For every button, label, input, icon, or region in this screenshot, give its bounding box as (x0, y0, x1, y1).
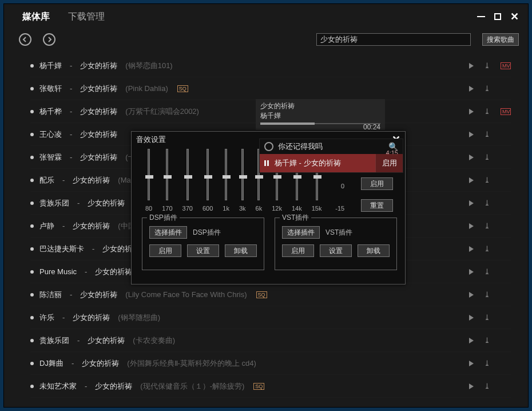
row-actions: ⤓MV (469, 107, 511, 116)
song-row[interactable]: 未知艺术家-少女的祈祷(现代保健音乐（１）-解除疲劳)SQ⤓ (30, 375, 511, 398)
download-icon[interactable]: ⤓ (484, 267, 490, 276)
play-icon[interactable] (469, 86, 474, 92)
forward-button[interactable] (43, 33, 55, 46)
tab-downloads[interactable]: 下载管理 (59, 5, 114, 29)
play-icon[interactable] (469, 177, 474, 183)
eq-slider[interactable] (148, 149, 150, 200)
song-title: 少女的祈祷 (95, 267, 132, 277)
eq-knob[interactable] (255, 175, 263, 179)
eq-knob[interactable] (313, 175, 321, 179)
eq-enable-button[interactable]: 启用 (361, 177, 393, 190)
dsp-settings-button[interactable]: 设置 (187, 244, 219, 257)
popup-result-row[interactable]: 杨千嬅 - 少女的祈祷 4:15 启用 (260, 154, 403, 172)
download-icon[interactable]: ⤓ (484, 313, 490, 322)
close-icon[interactable]: ✕ (510, 10, 519, 23)
vst-unload-button[interactable]: 卸载 (358, 244, 390, 257)
play-icon[interactable] (469, 155, 474, 160)
mv-badge[interactable]: MV (501, 62, 511, 69)
dsp-enable-button[interactable]: 启用 (149, 244, 181, 257)
song-row[interactable]: 贵族乐团-少女的祈祷(卡农变奏曲)⤓ (30, 329, 511, 352)
dsp-select-button[interactable]: 选择插件 (149, 226, 187, 239)
search-button[interactable]: 搜索歌曲 (482, 33, 519, 46)
download-icon[interactable]: ⤓ (484, 130, 490, 139)
download-icon[interactable]: ⤓ (484, 222, 490, 230)
search-input[interactable] (316, 33, 471, 46)
eq-knob[interactable] (145, 175, 153, 179)
song-row[interactable]: 张敬轩-少女的祈祷(Pink Dahlia)SQ⤓ (30, 77, 511, 100)
eq-knob[interactable] (184, 175, 192, 179)
row-actions: ⤓ (469, 176, 511, 184)
pause-icon[interactable] (264, 160, 269, 166)
song-row[interactable]: 许乐-少女的祈祷(钢琴随想曲)⤓ (30, 306, 511, 329)
download-icon[interactable]: ⤓ (484, 84, 490, 93)
row-actions: ⤓ (469, 153, 511, 161)
popup-enable-button[interactable]: 启用 (375, 154, 403, 172)
song-row[interactable]: 陈洁丽-少女的祈祷(Lily Come Face To Face With Ch… (30, 283, 511, 306)
download-icon[interactable]: ⤓ (484, 61, 490, 70)
song-row[interactable]: DJ舞曲-少女的祈祷(外国舞乐经典Ⅱ-莫斯科郊外的晚上 cd4)⤓ (30, 352, 511, 375)
eq-knob[interactable] (239, 175, 247, 179)
tab-library[interactable]: 媒体库 (13, 5, 59, 29)
song-album: (外国舞乐经典Ⅱ-莫斯科郊外的晚上 cd4) (127, 358, 256, 369)
song-row[interactable]: 杨千嬅-少女的祈祷(钢琴恋曲101)⤓MV (30, 54, 511, 77)
play-icon[interactable] (469, 338, 474, 343)
miniplayer-progress[interactable] (260, 123, 380, 124)
eq-knob[interactable] (223, 175, 231, 179)
download-icon[interactable]: ⤓ (484, 176, 490, 184)
play-icon[interactable] (469, 63, 474, 69)
popup-search-input[interactable]: 你还记得我吗 (278, 141, 384, 152)
eq-knob[interactable] (273, 175, 281, 179)
play-icon[interactable] (469, 361, 474, 366)
eq-slider[interactable] (186, 149, 189, 200)
eq-band-label: 12k (272, 205, 282, 212)
vst-select-button[interactable]: 选择插件 (282, 226, 320, 239)
row-actions: ⤓ (469, 336, 511, 345)
download-icon[interactable]: ⤓ (484, 153, 490, 161)
play-icon[interactable] (469, 292, 474, 298)
download-icon[interactable]: ⤓ (484, 290, 490, 299)
bullet-icon (30, 87, 34, 90)
app-window: 媒体库 下载管理 ✕ 搜索歌曲 杨千嬅-少女的祈祷(钢琴恋曲101)⤓MV张敬轩… (3, 3, 529, 408)
eq-band-label: 15k (312, 205, 322, 212)
eq-band-label: 170 (162, 205, 172, 212)
eq-knob[interactable] (293, 175, 301, 179)
row-actions: ⤓ (469, 84, 511, 93)
eq-slider[interactable] (207, 149, 209, 200)
eq-slider[interactable] (166, 149, 168, 200)
play-icon[interactable] (469, 269, 474, 275)
maximize-icon[interactable] (494, 13, 501, 20)
back-button[interactable] (19, 33, 31, 46)
eq-band-label: 370 (182, 205, 193, 212)
vst-enable-button[interactable]: 启用 (282, 244, 314, 257)
row-actions: ⤓ (469, 222, 511, 230)
dash: - (77, 199, 80, 207)
minimize-icon[interactable] (477, 16, 485, 17)
download-icon[interactable]: ⤓ (484, 336, 490, 345)
eq-slider[interactable] (225, 149, 227, 200)
mini-player[interactable]: 少女的祈祷 杨千嬅 00:24 (256, 99, 385, 130)
play-icon[interactable] (469, 315, 474, 321)
download-icon[interactable]: ⤓ (484, 359, 490, 367)
download-icon[interactable]: ⤓ (484, 107, 490, 116)
eq-knob[interactable] (204, 175, 212, 179)
dsp-unload-button[interactable]: 卸载 (225, 244, 257, 257)
eq-reset-button[interactable]: 重置 (361, 199, 393, 212)
eq-slider[interactable] (241, 149, 244, 200)
play-icon[interactable] (469, 109, 474, 114)
eye-icon[interactable] (264, 142, 273, 151)
play-icon[interactable] (469, 200, 474, 206)
download-icon[interactable]: ⤓ (484, 199, 490, 207)
play-icon[interactable] (469, 246, 474, 252)
mv-badge[interactable]: MV (501, 108, 511, 115)
song-title: 少女的祈祷 (73, 313, 110, 323)
play-icon[interactable] (469, 384, 474, 389)
download-icon[interactable]: ⤓ (484, 244, 490, 253)
play-icon[interactable] (469, 223, 474, 229)
bullet-icon (30, 156, 34, 159)
plugin-section: DSP插件 选择插件 DSP插件 启用 设置 卸载 VST插件 选择插件 VST… (132, 212, 405, 276)
eq-knob[interactable] (164, 175, 172, 179)
vst-settings-button[interactable]: 设置 (320, 244, 352, 257)
song-album: (Lily Come Face To Face With Chris) (125, 290, 247, 299)
play-icon[interactable] (469, 132, 474, 137)
download-icon[interactable]: ⤓ (484, 382, 490, 390)
